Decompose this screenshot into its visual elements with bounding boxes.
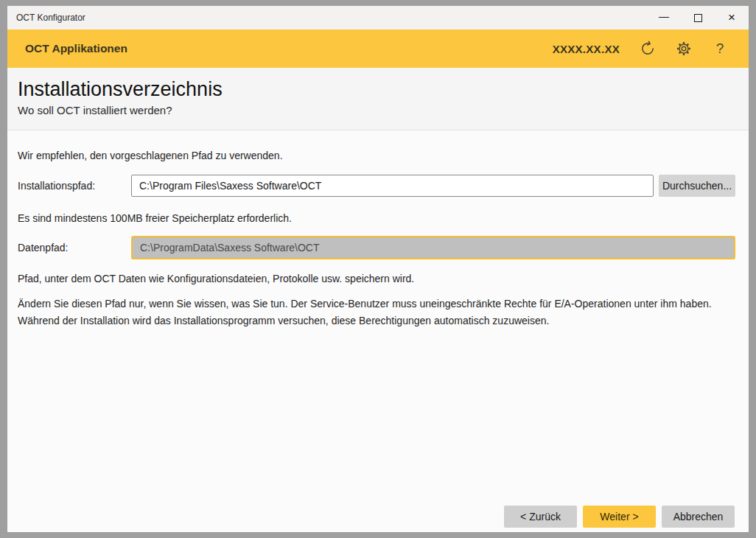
data-path-label: Datenpfad:	[18, 242, 131, 254]
data-path-description: Pfad, unter dem OCT Daten wie Konfigurat…	[18, 273, 735, 284]
window-controls: — ×	[647, 6, 749, 29]
minimize-icon: —	[659, 10, 669, 22]
window-title: OCT Konfigurator	[16, 13, 85, 23]
data-path-row: Datenpfad:	[18, 236, 735, 259]
install-path-label: Installationspfad:	[18, 180, 131, 192]
close-button[interactable]: ×	[715, 6, 749, 29]
page-subtitle: Wo soll OCT installiert werden?	[18, 104, 731, 116]
app-title: OCT Applikationen	[25, 42, 127, 55]
app-header: OCT Applikationen XXXX.XX.XX	[7, 29, 749, 68]
intro-text: Wir empfehlen, den vorgeschlagenen Pfad …	[18, 150, 735, 161]
install-path-row: Installationspfad: Durchsuchen...	[18, 175, 735, 197]
space-requirement-text: Es sind mindestens 100MB freier Speicher…	[18, 212, 735, 224]
page-head: Installationsverzeichnis Wo soll OCT ins…	[7, 68, 749, 130]
warning-line-2: Während der Installation wird das Instal…	[18, 312, 735, 329]
refresh-icon[interactable]	[640, 41, 656, 57]
help-icon[interactable]: ?	[712, 41, 728, 57]
back-button[interactable]: < Zurück	[504, 506, 577, 528]
browse-button[interactable]: Durchsuchen...	[659, 175, 735, 197]
installer-window: OCT Konfigurator — × OCT Applikationen X…	[7, 6, 749, 532]
titlebar[interactable]: OCT Konfigurator — ×	[7, 6, 749, 29]
version-label: XXXX.XX.XX	[553, 43, 620, 55]
footer: < Zurück Weiter > Abbrechen	[7, 500, 749, 532]
maximize-icon	[694, 14, 702, 22]
data-path-input[interactable]	[131, 236, 735, 259]
install-path-input[interactable]	[131, 175, 654, 197]
gear-icon[interactable]	[676, 41, 692, 57]
close-icon: ×	[728, 10, 735, 25]
page-title: Installationsverzeichnis	[18, 77, 731, 102]
app-header-actions: XXXX.XX.XX	[553, 41, 728, 57]
content-area: Wir empfehlen, den vorgeschlagenen Pfad …	[7, 130, 749, 500]
minimize-button[interactable]: —	[647, 6, 681, 29]
cancel-button[interactable]: Abbrechen	[662, 506, 735, 528]
warning-text: Ändern Sie diesen Pfad nur, wenn Sie wis…	[18, 296, 735, 329]
maximize-button[interactable]	[681, 6, 715, 29]
next-button[interactable]: Weiter >	[583, 506, 656, 528]
warning-line-1: Ändern Sie diesen Pfad nur, wenn Sie wis…	[18, 296, 735, 312]
